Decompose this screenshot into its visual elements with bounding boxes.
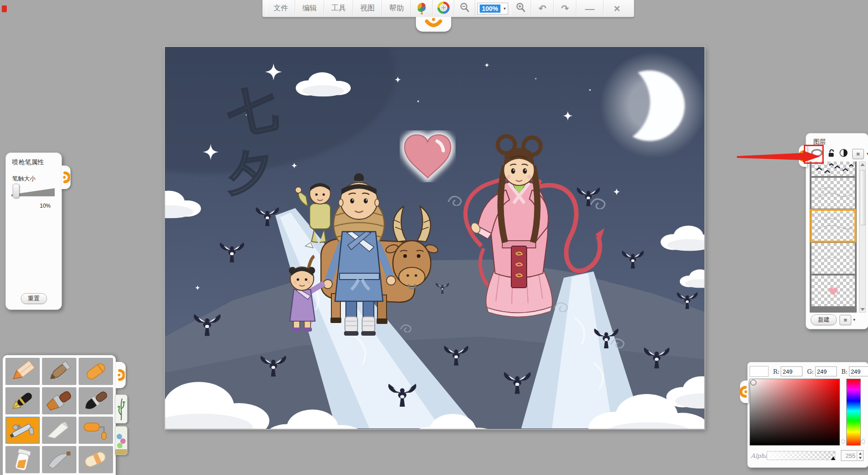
plant-thumbnail-image: [115, 395, 127, 423]
drawing-canvas[interactable]: 七 夕: [165, 47, 705, 429]
close-icon: ×: [614, 3, 620, 14]
alpha-marker[interactable]: [831, 456, 835, 460]
menu-file[interactable]: 文件: [266, 0, 295, 17]
layers-footer-caret-icon[interactable]: ▾: [853, 318, 855, 322]
layer-thumbnail-sketch-2[interactable]: [811, 243, 855, 274]
palette-lagoon-handle[interactable]: [116, 362, 126, 388]
color-wheel-icon: [437, 1, 450, 16]
hue-marker-left[interactable]: [842, 439, 845, 444]
alpha-spinner[interactable]: 255: [841, 450, 863, 461]
color-cursor[interactable]: [750, 380, 756, 385]
close-button[interactable]: ×: [604, 0, 630, 17]
image-thumbnail-picture: [115, 427, 127, 455]
minimize-icon: —: [585, 4, 594, 13]
brush-palette-icon: [415, 1, 429, 16]
brush-palette-knife[interactable]: [42, 417, 76, 444]
layers-panel-footer: 新建 ≡ ▾: [811, 314, 865, 325]
scrollbar-thumb[interactable]: [860, 170, 866, 225]
color-picker-panel: R: G: B: Alpha 255: [747, 362, 868, 468]
green-input[interactable]: [815, 366, 837, 376]
brush-properties-panel: 喷枪笔属性 笔触大小 10% 重置: [5, 152, 62, 310]
brush-panel-lagoon-handle[interactable]: [61, 166, 71, 189]
alpha-spin-down[interactable]: [857, 456, 863, 460]
minimize-button[interactable]: —: [576, 0, 604, 17]
undo-button[interactable]: ↶: [531, 0, 554, 17]
scroll-down-icon[interactable]: [860, 308, 865, 311]
brush-paint-roller[interactable]: [79, 417, 113, 444]
alpha-slider[interactable]: [767, 451, 835, 460]
green-label: G:: [807, 368, 814, 375]
alpha-value: 255: [841, 452, 857, 459]
zoom-in-icon: [515, 2, 526, 15]
menu-help[interactable]: 帮助: [382, 0, 411, 17]
brush-crayon[interactable]: [79, 358, 113, 385]
brush-paint-jar[interactable]: [5, 446, 40, 473]
brush-palette-toggle-button[interactable]: [411, 0, 433, 17]
svg-text:夕: 夕: [222, 142, 274, 201]
menu-edit[interactable]: 编辑: [295, 0, 324, 17]
alpha-label: Alpha: [751, 452, 768, 459]
brush-wood-pencil[interactable]: [42, 358, 76, 385]
layer-blend-icon[interactable]: [839, 148, 848, 159]
brush-grid: [3, 355, 116, 475]
brush-ink-brush[interactable]: [79, 387, 113, 414]
layer-thumbnail-heart[interactable]: [811, 276, 855, 306]
redo-icon: ↷: [561, 4, 569, 13]
crescent-moon: [600, 52, 704, 158]
blue-label: B:: [841, 368, 848, 375]
brush-airbrush[interactable]: [5, 417, 40, 444]
zoom-out-button[interactable]: [454, 0, 475, 17]
scroll-up-icon[interactable]: [860, 163, 865, 166]
color-picker-lagoon-handle[interactable]: [740, 380, 748, 403]
undo-icon: ↶: [538, 4, 547, 13]
toolbar-left-cap: [263, 0, 266, 17]
toolbar-right-cap: [630, 0, 634, 17]
hue-marker-right[interactable]: [861, 439, 864, 444]
layer-list-scrollbar[interactable]: [859, 162, 866, 313]
menu-view[interactable]: 视图: [353, 0, 382, 17]
zoom-level-field[interactable]: 100% ▾: [477, 3, 508, 14]
lagoon-c-icon: [62, 170, 70, 185]
layer-thumbnail-sketch-1[interactable]: [811, 178, 855, 209]
brush-pencil[interactable]: [5, 358, 40, 385]
slider-thumb[interactable]: [13, 184, 19, 198]
brush-size-value: 10%: [40, 203, 51, 209]
spin-up-icon: [859, 452, 862, 455]
menu-tools[interactable]: 工具: [324, 0, 353, 17]
brush-smudge-blade[interactable]: [42, 446, 76, 473]
spin-down-icon: [859, 457, 862, 459]
current-color-swatch[interactable]: [750, 366, 769, 377]
recording-marker: [2, 5, 7, 12]
zoom-level-value[interactable]: 100%: [480, 5, 500, 13]
brush-fountain-pen[interactable]: [5, 387, 40, 414]
layer-thumbnail-selected[interactable]: [811, 210, 855, 241]
plant-stamp-thumbnail[interactable]: [115, 394, 127, 423]
red-input[interactable]: [781, 366, 802, 376]
image-stamp-thumbnail[interactable]: [115, 426, 127, 455]
lagoon-smile-icon: [423, 18, 444, 31]
zoom-caret-icon[interactable]: ▾: [504, 6, 506, 11]
zoom-out-icon: [459, 2, 470, 15]
layer-options-menu-button[interactable]: ≡: [852, 149, 864, 159]
brush-paintbrush[interactable]: [42, 387, 76, 414]
brush-eraser[interactable]: [79, 446, 113, 473]
new-layer-button[interactable]: 新建: [811, 314, 837, 325]
layer-list: [810, 162, 857, 313]
color-value-row: R: G: B:: [750, 366, 868, 377]
saturation-value-square[interactable]: [750, 379, 840, 446]
brush-size-slider[interactable]: [11, 185, 55, 197]
redo-button[interactable]: ↷: [554, 0, 576, 17]
zoom-in-button[interactable]: [510, 0, 531, 17]
main-toolbar: 文件 编辑 工具 视图 帮助: [262, 0, 634, 17]
layers-footer-menu-button[interactable]: ≡: [840, 315, 851, 325]
annotation-highlight-box: [804, 145, 824, 164]
brush-panel-title: 喷枪笔属性: [12, 158, 44, 166]
hue-bar[interactable]: [846, 379, 861, 446]
toolbar-lagoon-handle[interactable]: [416, 17, 451, 32]
alpha-spin-up[interactable]: [857, 451, 863, 456]
layer-lock-icon[interactable]: [827, 149, 835, 159]
blue-input[interactable]: [849, 366, 868, 376]
reset-button[interactable]: 重置: [21, 293, 47, 304]
red-label: R:: [773, 368, 779, 375]
color-editor-toggle-button[interactable]: [433, 0, 454, 17]
